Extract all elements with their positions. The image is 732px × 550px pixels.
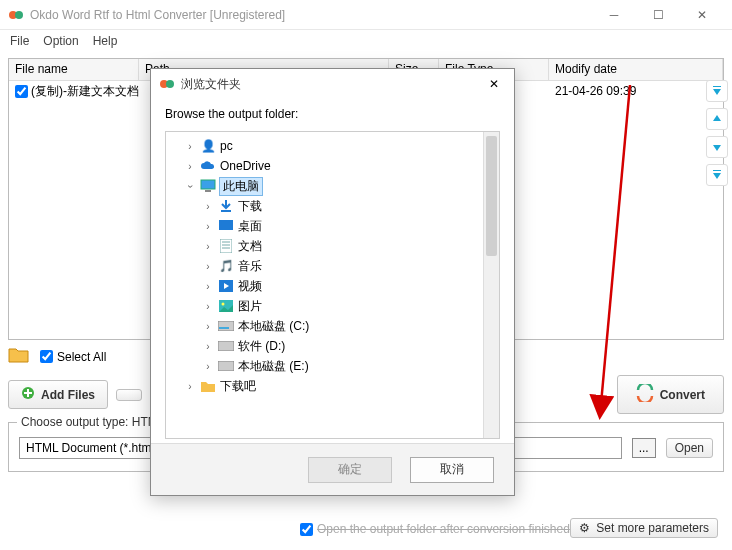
tree-node-onedrive[interactable]: ›OneDrive: [168, 156, 497, 176]
output-label: Choose output type: HTML: [17, 415, 168, 429]
menubar: File Option Help: [0, 30, 732, 52]
col-modify[interactable]: Modify date: [549, 59, 723, 80]
move-top-button[interactable]: [706, 80, 728, 102]
menu-help[interactable]: Help: [93, 34, 118, 48]
folder-tree[interactable]: ›👤pc ›OneDrive ›此电脑 ›下载 ›桌面 ›文档 ›🎵音乐 ›视频…: [165, 131, 500, 439]
row-date: 21-04-26 09:39: [549, 82, 723, 100]
dialog-ok-button[interactable]: 确定: [308, 457, 392, 483]
open-button[interactable]: Open: [666, 438, 713, 458]
convert-icon: [636, 384, 654, 405]
open-folder-checkbox[interactable]: [300, 523, 313, 536]
tree-node-videos[interactable]: ›视频: [168, 276, 497, 296]
drive-icon: [218, 338, 234, 354]
set-more-parameters-button[interactable]: ⚙ Set more parameters: [570, 518, 718, 538]
drive-icon: [218, 318, 234, 334]
close-button[interactable]: ✕: [680, 1, 724, 29]
side-buttons: [704, 80, 730, 186]
dialog-cancel-button[interactable]: 取消: [410, 457, 494, 483]
document-icon: [218, 238, 234, 254]
browse-folder-dialog: 浏览文件夹 ✕ Browse the output folder: ›👤pc ›…: [150, 68, 515, 496]
menu-file[interactable]: File: [10, 34, 29, 48]
row-checkbox[interactable]: [15, 85, 28, 98]
folder-icon: [8, 346, 30, 367]
svg-rect-13: [219, 327, 229, 329]
svg-point-4: [166, 80, 174, 88]
second-button[interactable]: [116, 389, 142, 401]
tree-node-music[interactable]: ›🎵音乐: [168, 256, 497, 276]
picture-icon: [218, 298, 234, 314]
titlebar: Okdo Word Rtf to Html Converter [Unregis…: [0, 0, 732, 30]
app-icon: [8, 7, 24, 23]
svg-point-11: [222, 303, 225, 306]
tree-node-pc[interactable]: ›👤pc: [168, 136, 497, 156]
move-up-button[interactable]: [706, 108, 728, 130]
monitor-icon: [200, 178, 216, 194]
download-icon: [218, 198, 234, 214]
folder-icon: [200, 378, 216, 394]
dialog-title: 浏览文件夹: [181, 76, 482, 93]
tree-scrollbar[interactable]: [483, 132, 499, 438]
maximize-button[interactable]: ☐: [636, 1, 680, 29]
tree-node-thispc[interactable]: ›此电脑: [168, 176, 497, 196]
video-icon: [218, 278, 234, 294]
tree-node-documents[interactable]: ›文档: [168, 236, 497, 256]
gear-icon: ⚙: [579, 521, 590, 535]
row-filename: (复制)-新建文本文档 (: [31, 83, 139, 100]
window-title: Okdo Word Rtf to Html Converter [Unregis…: [30, 8, 592, 22]
svg-rect-12: [218, 321, 234, 331]
tree-node-desktop[interactable]: ›桌面: [168, 216, 497, 236]
dialog-prompt: Browse the output folder:: [165, 107, 500, 121]
svg-rect-15: [218, 361, 234, 371]
tree-node-diske[interactable]: ›本地磁盘 (E:): [168, 356, 497, 376]
svg-rect-7: [219, 220, 233, 230]
add-files-button[interactable]: Add Files: [8, 380, 108, 409]
music-icon: 🎵: [218, 258, 234, 274]
svg-rect-8: [220, 239, 232, 253]
dialog-icon: [159, 76, 175, 92]
cloud-icon: [200, 158, 216, 174]
move-down-button[interactable]: [706, 136, 728, 158]
move-bottom-button[interactable]: [706, 164, 728, 186]
tree-node-diskc[interactable]: ›本地磁盘 (C:): [168, 316, 497, 336]
minimize-button[interactable]: ─: [592, 1, 636, 29]
browse-button[interactable]: ...: [632, 438, 656, 458]
menu-option[interactable]: Option: [43, 34, 78, 48]
drive-icon: [218, 358, 234, 374]
dialog-close-button[interactable]: ✕: [482, 72, 506, 96]
convert-button[interactable]: Convert: [617, 375, 724, 414]
tree-node-pictures[interactable]: ›图片: [168, 296, 497, 316]
svg-rect-6: [205, 190, 211, 192]
select-all[interactable]: Select All: [40, 350, 106, 364]
select-all-checkbox[interactable]: [40, 350, 53, 363]
svg-rect-14: [218, 341, 234, 351]
open-folder-check[interactable]: Open the output folder after conversion …: [300, 522, 570, 536]
col-filename[interactable]: File name: [9, 59, 139, 80]
desktop-icon: [218, 218, 234, 234]
tree-node-dlfolder[interactable]: ›下载吧: [168, 376, 497, 396]
tree-node-diskd[interactable]: ›软件 (D:): [168, 336, 497, 356]
tree-node-downloads[interactable]: ›下载: [168, 196, 497, 216]
svg-point-1: [15, 11, 23, 19]
svg-rect-5: [201, 180, 215, 189]
user-icon: 👤: [200, 138, 216, 154]
plus-icon: [21, 386, 35, 403]
